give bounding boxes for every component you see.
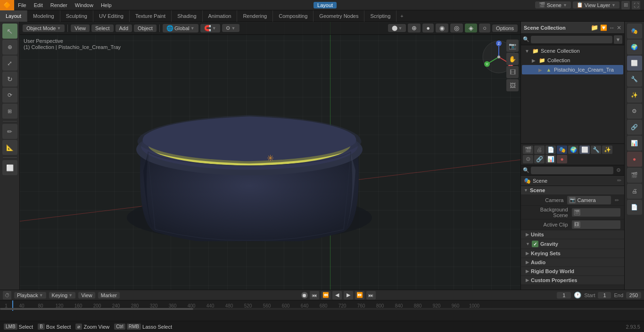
timeline-track[interactable]: 1 40 80 120 160 200 240 280 320 360 400 … [0, 300, 644, 311]
right-icon-scene[interactable]: 🎭 [627, 24, 642, 39]
scene-edit-icon[interactable]: ✏ [617, 178, 621, 184]
ws-tab-modeling[interactable]: Modeling [27, 10, 60, 22]
ws-tab-uv-editing[interactable]: UV Editing [93, 10, 130, 22]
props-tab-data[interactable]: 📊 [545, 155, 556, 163]
menu-edit[interactable]: Edit [30, 0, 47, 10]
right-icon-particles[interactable]: ✨ [627, 88, 642, 103]
playback-menu[interactable]: Playback▼ [14, 292, 46, 299]
ws-tab-sculpting[interactable]: Sculpting [60, 10, 93, 22]
menu-file[interactable]: File [14, 0, 30, 10]
outliner-row-collection[interactable]: ▶ 📁 Collection 👁 ⊙ 📷 [522, 56, 623, 65]
props-tab-constraints[interactable]: 🔗 [534, 155, 545, 163]
add-cube-tool[interactable]: ⬜ [2, 160, 17, 175]
props-tab-render[interactable]: 🎬 [523, 146, 533, 154]
scene-section-header[interactable]: ▼ Scene [521, 186, 624, 195]
overlay-button[interactable]: ⬤ ▼ [388, 24, 406, 32]
props-tab-viewlayer[interactable]: 📄 [545, 146, 556, 154]
custom-props-header[interactable]: ▶ Custom Properties [521, 276, 624, 285]
right-icon-material[interactable]: ● [627, 152, 642, 167]
expand-arrow-scene[interactable]: ▼ [524, 48, 530, 54]
transform-orientation[interactable]: 🌐 Global ▼ [163, 24, 198, 32]
app-logo[interactable]: 🔶 [0, 0, 14, 10]
keying-menu[interactable]: Keying▼ [49, 292, 76, 299]
sync-icon[interactable]: ↔ [609, 24, 615, 31]
right-icon-constraints[interactable]: 🔗 [627, 120, 642, 135]
play-reverse-button[interactable]: ◀ [332, 291, 342, 300]
select-icon-coll[interactable]: ⊙ [605, 57, 613, 64]
gravity-section-header[interactable]: ▼ ✓ Gravity [521, 239, 624, 249]
marker-menu[interactable]: Marker [98, 292, 120, 299]
cursor-tool[interactable]: ⊕ [2, 40, 17, 55]
expand-arrow-collection[interactable]: ▶ [530, 57, 537, 64]
snap-toggle[interactable]: 🧲 ▼ [200, 24, 220, 32]
props-tab-world[interactable]: 🌍 [568, 146, 578, 154]
ws-tab-shading[interactable]: Shading [172, 10, 202, 22]
audio-section-header[interactable]: ▶ Audio [521, 258, 624, 267]
shading-solid[interactable]: ● [422, 24, 434, 32]
render-preview-icon[interactable]: 🎞 [506, 66, 519, 78]
props-tab-material[interactable]: ● [557, 155, 567, 163]
shading-rendered[interactable]: ◎ [450, 24, 463, 32]
end-frame-input[interactable]: 250 [626, 292, 641, 299]
render-icon-coll[interactable]: 📷 [614, 57, 621, 64]
bg-scene-value[interactable]: 🎬 [572, 208, 620, 217]
view-menu[interactable]: View [78, 292, 95, 299]
visibility-icon-pistachio[interactable]: 👁 [615, 66, 623, 73]
shading-solid-fill[interactable]: ○ [479, 24, 490, 32]
select-icon-pistachio[interactable]: ⊙ [624, 66, 624, 73]
gravity-checkbox[interactable]: ✓ [532, 241, 538, 247]
rotate-tool[interactable]: ↻ [2, 72, 17, 87]
right-icon-modifier[interactable]: 🔧 [627, 72, 642, 87]
right-icon-object[interactable]: ⬜ [627, 56, 642, 71]
expand-arrow-pistachio[interactable]: ▶ [537, 66, 544, 73]
outliner-search-input[interactable] [531, 36, 612, 43]
menu-window[interactable]: Window [71, 0, 97, 10]
select-menu-button[interactable]: Select [91, 24, 114, 32]
fullscreen-button[interactable]: ⛶ [632, 1, 640, 9]
ws-tab-scripting[interactable]: Scripting [364, 10, 396, 22]
right-icon-render[interactable]: 🎬 [627, 168, 642, 183]
gizmo-button[interactable]: ⊕ [408, 24, 421, 32]
new-collection-icon[interactable]: 📁 [591, 24, 598, 31]
props-tab-physics[interactable]: ⚙ [523, 155, 533, 163]
ws-tab-geometry-nodes[interactable]: Geometry Nodes [314, 10, 364, 22]
step-forward-button[interactable]: ⏩ [355, 291, 364, 300]
camera-edit-btn[interactable]: ✏ [613, 196, 620, 204]
transform-tool[interactable]: ⊞ [2, 104, 17, 119]
new-window-button[interactable]: ⊞ [621, 1, 630, 9]
right-icon-data[interactable]: 📊 [627, 136, 642, 151]
active-clip-value[interactable]: 🎞 [572, 220, 620, 229]
outliner-row-scene-collection[interactable]: ▼ 📁 Scene Collection 👁 ⊙ 📷 [522, 46, 623, 56]
menu-help[interactable]: Help [97, 0, 116, 10]
right-icon-physics[interactable]: ⚙ [627, 104, 642, 119]
props-tab-particles[interactable]: ✨ [602, 146, 612, 154]
object-mode-button[interactable]: Object Mode ▼ [23, 24, 65, 32]
play-button[interactable]: ▶ [344, 291, 353, 300]
ws-tab-rendering[interactable]: Rendering [237, 10, 273, 22]
ws-tab-compositing[interactable]: Compositing [273, 10, 314, 22]
outliner-row-pistachio[interactable]: ▶ ▲ Pistachio_Ice_Cream_Tra 👁 ⊙ 📷 [522, 65, 623, 74]
timeline-scrollbar-thumb[interactable] [0, 308, 193, 310]
options-button[interactable]: Options [492, 24, 518, 32]
image-view-icon[interactable]: 🖼 [506, 79, 519, 91]
select-icon-scene[interactable]: ⊙ [605, 47, 613, 55]
object-menu-button[interactable]: Object [134, 24, 157, 32]
viewport-3d[interactable]: Object Mode ▼ View Select Add Object 🌐 G… [20, 22, 520, 290]
visibility-icon-scene[interactable]: 👁 [597, 47, 604, 55]
ice-cream-tray-object[interactable] [108, 62, 391, 242]
keying-sets-header[interactable]: ▶ Keying Sets [521, 249, 624, 258]
select-tool[interactable]: ↖ [2, 24, 17, 39]
props-tab-object[interactable]: ⬜ [579, 146, 590, 154]
ws-tab-texture-paint[interactable]: Texture Paint [130, 10, 172, 22]
move-tool[interactable]: ⤢ [2, 56, 17, 71]
jump-end-button[interactable]: ⏭ [366, 291, 376, 300]
ws-tab-add[interactable]: + [396, 13, 407, 19]
annotate-tool[interactable]: ✏ [2, 124, 17, 139]
scale-tool[interactable]: ⟳ [2, 88, 17, 103]
jump-start-button[interactable]: ⏮ [310, 291, 319, 300]
props-tab-scene[interactable]: 🎭 [557, 146, 567, 154]
stop-button[interactable]: ⏺ [301, 292, 308, 299]
ws-tab-layout[interactable]: Layout [0, 10, 27, 22]
view-layer-selector[interactable]: 📋View Layer▼ [573, 1, 619, 8]
props-tab-modifier[interactable]: 🔧 [591, 146, 601, 154]
